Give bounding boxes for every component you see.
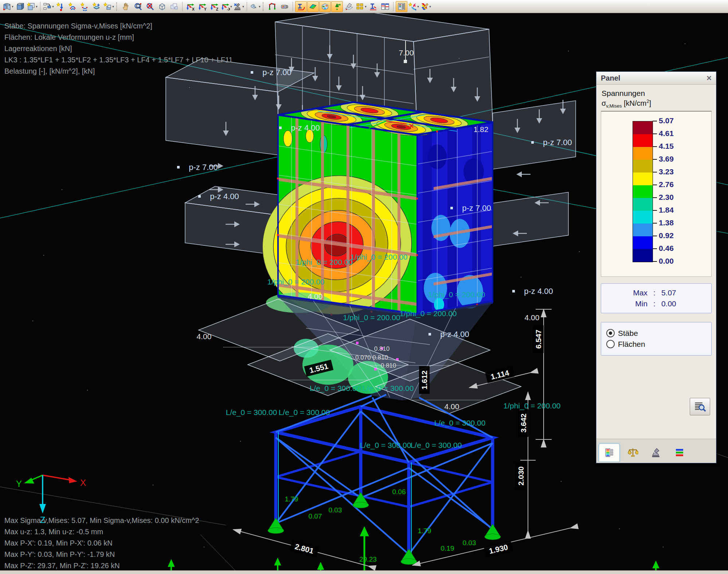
scale-band bbox=[633, 249, 653, 262]
scene-label: 4.00 bbox=[445, 402, 459, 411]
toolbar-axis-neg-x-button[interactable]: -X▾ bbox=[221, 1, 232, 12]
scene-label: p-z 4.00 bbox=[210, 192, 239, 201]
filter-tab[interactable] bbox=[669, 444, 690, 461]
toolbar-view-custom-button[interactable]: ▾ bbox=[233, 1, 244, 12]
toolbar-imperfection-2-button[interactable] bbox=[79, 1, 90, 12]
toolbar-res-surfaces-button[interactable] bbox=[307, 1, 319, 12]
svg-text:6.547: 6.547 bbox=[534, 330, 543, 349]
axis-x-icon: X bbox=[186, 2, 195, 11]
toolbar-solids-button[interactable]: ▾ bbox=[249, 1, 261, 12]
zoom-off-icon bbox=[146, 2, 154, 11]
toolbar-res-tables-button[interactable] bbox=[379, 1, 391, 12]
dimension-chip: 3.642 bbox=[518, 409, 529, 437]
scale-value: 0.92 bbox=[659, 231, 674, 240]
copy-add-icon bbox=[27, 2, 35, 11]
toolbar-res-beam-dim-button[interactable] bbox=[367, 1, 379, 12]
dropdown-arrow-icon[interactable]: ▾ bbox=[365, 5, 367, 8]
load-new-icon bbox=[56, 2, 65, 11]
toolbar-copy-add-button[interactable]: ▾ bbox=[26, 1, 38, 12]
bottom-status-strip bbox=[0, 570, 728, 574]
pan-scales-tab[interactable] bbox=[623, 444, 643, 461]
res-surfaces-icon bbox=[309, 2, 317, 11]
svg-text:Y: Y bbox=[204, 7, 207, 11]
view-cubes-icon bbox=[170, 2, 179, 11]
toolbar-axis-x-button[interactable]: X bbox=[185, 1, 196, 12]
scene-label: L/e_0 = 300.00 bbox=[310, 384, 361, 393]
option-stbe[interactable]: Stäbe bbox=[606, 329, 706, 338]
close-icon[interactable]: × bbox=[707, 74, 712, 82]
toolbar-view-cube-button[interactable] bbox=[156, 1, 168, 12]
pan-scales-tab-icon bbox=[627, 447, 638, 458]
display-factors-tab[interactable] bbox=[646, 444, 666, 461]
toolbar-res-values-button[interactable]: ▾ bbox=[355, 1, 367, 12]
toolbar-render-button[interactable] bbox=[279, 1, 290, 12]
option-flchen[interactable]: Flächen bbox=[606, 340, 706, 349]
dropdown-arrow-icon[interactable]: ▾ bbox=[242, 5, 244, 8]
option-label: Stäbe bbox=[618, 329, 638, 338]
svg-text:1.612: 1.612 bbox=[420, 371, 428, 390]
scene-label: 0.03 bbox=[329, 506, 342, 514]
scene-label: 4.00 bbox=[308, 292, 323, 300]
toolbar-save-button[interactable] bbox=[14, 1, 26, 12]
panel-title: Panel bbox=[601, 74, 620, 82]
radio-icon[interactable] bbox=[606, 340, 615, 348]
dropdown-arrow-icon[interactable]: ▾ bbox=[52, 5, 54, 8]
scale-band bbox=[633, 185, 653, 198]
toolbar-view-cubes-button[interactable] bbox=[168, 1, 180, 12]
scale-band bbox=[633, 160, 653, 172]
scale-value: 2.30 bbox=[659, 193, 674, 202]
toolbar-axis-y-button[interactable]: Y bbox=[197, 1, 208, 12]
axis-y-label: Y bbox=[16, 479, 22, 489]
toolbar-res-supports-button[interactable] bbox=[331, 1, 343, 12]
toolbar-drag-handle[interactable] bbox=[263, 2, 265, 11]
dropdown-arrow-icon[interactable]: ▾ bbox=[259, 5, 261, 8]
toolbar-res-members-button[interactable] bbox=[295, 1, 307, 12]
svg-text:3.642: 3.642 bbox=[519, 414, 528, 433]
scale-value: 1.38 bbox=[659, 218, 674, 227]
scale-band bbox=[633, 147, 653, 160]
panel-details-button[interactable] bbox=[690, 398, 710, 415]
scene-label: 1.79 bbox=[285, 495, 298, 503]
panel-title-bar[interactable]: Panel × bbox=[596, 72, 716, 85]
svg-text:-X: -X bbox=[227, 7, 230, 11]
dimension-chip: 1.930 bbox=[484, 541, 513, 557]
imperfection-2-icon bbox=[80, 2, 89, 11]
zoom-window-icon bbox=[134, 2, 142, 11]
axis-y-icon: Y bbox=[198, 2, 207, 11]
toolbar-frame-deform-button[interactable] bbox=[267, 1, 278, 12]
dropdown-arrow-icon[interactable]: ▾ bbox=[417, 5, 419, 8]
toolbar-zoom-off-button[interactable] bbox=[144, 1, 156, 12]
dropdown-arrow-icon[interactable]: ▾ bbox=[112, 5, 114, 8]
scene-label: p-z 7.00 bbox=[189, 163, 218, 172]
toolbar-res-sections-button[interactable] bbox=[343, 1, 355, 12]
radio-icon[interactable] bbox=[606, 329, 615, 337]
dropdown-arrow-icon[interactable]: ▾ bbox=[230, 5, 232, 8]
toolbar-zoom-window-button[interactable] bbox=[132, 1, 144, 12]
max-min-box: Max:5.07Min:0.00 bbox=[601, 283, 712, 313]
dropdown-arrow-icon[interactable]: ▾ bbox=[12, 5, 13, 8]
toolbar-colors-button[interactable]: ▾ bbox=[420, 1, 431, 12]
toolbar-load-new-button[interactable] bbox=[55, 1, 66, 12]
solids-icon bbox=[250, 2, 258, 11]
dimension-chip: 6.547 bbox=[533, 325, 544, 353]
application-window: ▾▾▾▾XYZ-X▾▾▾▾▾▾ bbox=[0, 0, 728, 574]
toolbar-load-block-button[interactable] bbox=[91, 1, 102, 12]
color-scale-tab[interactable] bbox=[599, 443, 620, 461]
toolbar-imperfection-button[interactable] bbox=[67, 1, 78, 12]
toolbar-res-solids-button[interactable] bbox=[319, 1, 331, 12]
stat-row: Max:5.07 bbox=[601, 287, 711, 298]
res-solids-icon bbox=[321, 2, 329, 11]
scale-band bbox=[633, 134, 653, 147]
dropdown-arrow-icon[interactable]: ▾ bbox=[36, 5, 38, 8]
toolbar-drag-handle[interactable] bbox=[116, 2, 118, 11]
toolbar-select-hand-button[interactable] bbox=[120, 1, 132, 12]
toolbar-model-new-button[interactable]: ▾ bbox=[2, 1, 14, 12]
generate-icon bbox=[43, 2, 52, 11]
scene-label: L/e_0 = 300.00 bbox=[279, 408, 330, 417]
toolbar-generate-button[interactable]: ▾ bbox=[43, 1, 54, 12]
toolbar-axis-z-button[interactable]: Z bbox=[209, 1, 220, 12]
toolbar-star-block-button[interactable]: ▾ bbox=[103, 1, 114, 12]
toolbar-panel-toggle-button[interactable] bbox=[396, 1, 407, 12]
toolbar-display-props-button[interactable]: ▾ bbox=[408, 1, 419, 12]
dropdown-arrow-icon[interactable]: ▾ bbox=[429, 5, 431, 8]
